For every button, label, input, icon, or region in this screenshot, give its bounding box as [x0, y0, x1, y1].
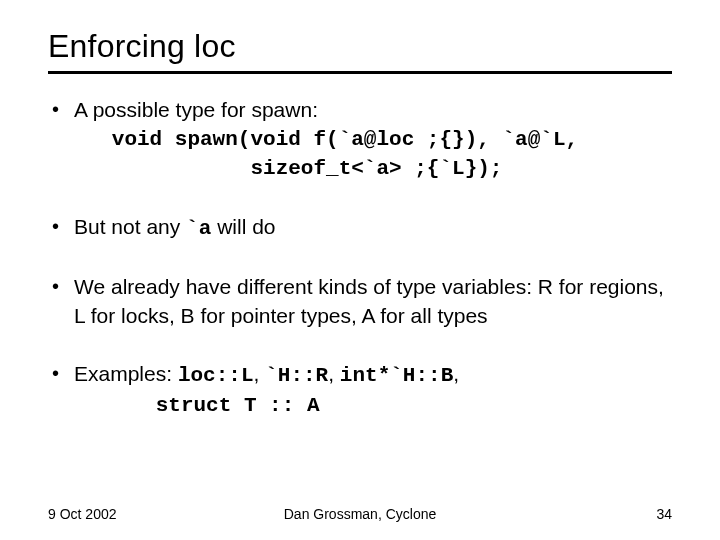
page-title: Enforcing loc [48, 28, 672, 65]
bullet-examples: Examples: loc::L, `H::R, int*`H::B, stru… [48, 360, 672, 421]
bullet-spawn-type: A possible type for spawn: void spawn(vo… [48, 96, 672, 183]
example-int-h-b: int*`H::B [340, 364, 453, 387]
bullet-list: A possible type for spawn: void spawn(vo… [48, 96, 672, 421]
bullet-text: A possible type for spawn: [74, 98, 318, 121]
bullet-text-pre: But not any [74, 215, 186, 238]
bullet-text-post: will do [211, 215, 275, 238]
code-inline-a: `a [186, 217, 211, 240]
bullet-kinds: We already have different kinds of type … [48, 273, 672, 330]
example-struct-line: struct T :: A [74, 390, 672, 420]
title-rule [48, 71, 672, 74]
slide: Enforcing loc A possible type for spawn:… [0, 0, 720, 540]
example-loc: loc::L [178, 364, 254, 387]
code-block-spawn: void spawn(void f(`a@loc ;{}), `a@`L, si… [74, 126, 672, 183]
footer: 9 Oct 2002 Dan Grossman, Cyclone 34 [48, 506, 672, 522]
examples-label: Examples: [74, 362, 178, 385]
example-h-r: `H::R [265, 364, 328, 387]
example-struct: struct T :: A [156, 394, 320, 417]
footer-author: Dan Grossman, Cyclone [48, 506, 672, 522]
bullet-not-any-a: But not any `a will do [48, 213, 672, 243]
